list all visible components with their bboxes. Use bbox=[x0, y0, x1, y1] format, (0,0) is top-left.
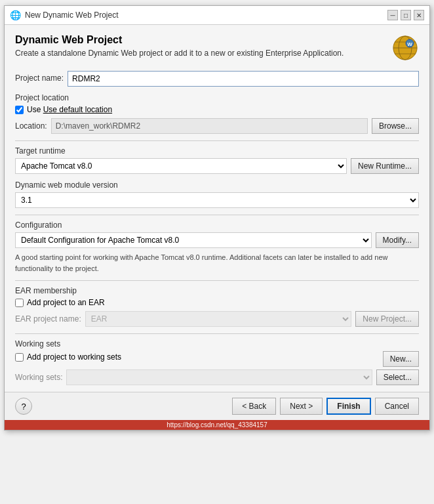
target-runtime-group: Target runtime Apache Tomcat v8.0 New Ru… bbox=[15, 146, 419, 174]
ear-project-label: EAR project name: bbox=[15, 314, 81, 324]
config-description: A good starting point for working with A… bbox=[15, 252, 419, 274]
watermark-text: https://blog.csdn.net/qq_43384157 bbox=[167, 421, 267, 429]
project-location-heading: Project location bbox=[15, 93, 419, 102]
configuration-heading: Configuration bbox=[15, 220, 419, 230]
window-icon: 🌐 bbox=[10, 10, 21, 20]
ear-section-heading: EAR membership bbox=[15, 286, 419, 295]
dialog-content: Dynamic Web Project Create a standalone … bbox=[5, 25, 429, 392]
close-button[interactable]: ✕ bbox=[414, 10, 424, 20]
dialog-window: 🌐 New Dynamic Web Project ─ □ ✕ Dynamic … bbox=[4, 5, 430, 430]
configuration-group: Configuration Default Configuration for … bbox=[15, 220, 419, 274]
use-default-location-row: Use Use default location bbox=[15, 105, 419, 114]
add-to-working-sets-row: Add project to working sets bbox=[15, 352, 121, 362]
add-to-working-sets-checkbox[interactable] bbox=[15, 353, 24, 362]
module-version-group: Dynamic web module version 3.1 bbox=[15, 180, 419, 208]
working-sets-group: Working sets Add project to working sets… bbox=[15, 339, 419, 385]
title-bar-controls: ─ □ ✕ bbox=[387, 10, 424, 20]
ear-project-dropdown[interactable]: EAR bbox=[85, 311, 352, 327]
cancel-button[interactable]: Cancel bbox=[375, 398, 419, 415]
location-row: Location: Browse... bbox=[15, 118, 419, 134]
configuration-row: Default Configuration for Apache Tomcat … bbox=[15, 232, 419, 248]
add-to-working-sets-label: Add project to working sets bbox=[27, 352, 121, 362]
location-input[interactable] bbox=[51, 118, 368, 134]
page-header: Dynamic Web Project Create a standalone … bbox=[15, 34, 419, 62]
watermark-bar: https://blog.csdn.net/qq_43384157 bbox=[5, 420, 429, 430]
modify-button[interactable]: Modify... bbox=[376, 232, 419, 248]
working-sets-label: Working sets: bbox=[15, 373, 62, 382]
use-default-location-checkbox[interactable] bbox=[15, 106, 24, 114]
project-name-label: Project name: bbox=[15, 74, 64, 83]
project-name-input[interactable] bbox=[68, 71, 419, 87]
ear-membership-group: EAR membership Add project to an EAR EAR… bbox=[15, 286, 419, 327]
new-working-sets-button[interactable]: New... bbox=[383, 351, 419, 367]
use-default-location-label: Use Use default location bbox=[27, 105, 112, 114]
help-button[interactable]: ? bbox=[15, 398, 32, 415]
title-bar: 🌐 New Dynamic Web Project ─ □ ✕ bbox=[5, 6, 429, 25]
new-runtime-button[interactable]: New Runtime... bbox=[351, 158, 419, 174]
dialog-bottom-bar: ? < Back Next > Finish Cancel bbox=[5, 392, 429, 420]
browse-button[interactable]: Browse... bbox=[372, 118, 419, 134]
new-project-button[interactable]: New Project... bbox=[355, 311, 419, 327]
maximize-button[interactable]: □ bbox=[401, 10, 411, 20]
working-sets-select-row: Working sets: Select... bbox=[15, 369, 419, 385]
working-sets-heading: Working sets bbox=[15, 339, 419, 348]
page-subtitle: Create a standalone Dynamic Web project … bbox=[15, 49, 385, 58]
web-project-icon: W bbox=[391, 34, 419, 62]
svg-text:W: W bbox=[407, 41, 412, 47]
minimize-button[interactable]: ─ bbox=[387, 10, 398, 20]
module-version-dropdown[interactable]: 3.1 bbox=[15, 192, 419, 208]
module-version-heading: Dynamic web module version bbox=[15, 180, 419, 190]
target-runtime-dropdown[interactable]: Apache Tomcat v8.0 bbox=[15, 158, 347, 174]
next-button[interactable]: Next > bbox=[280, 398, 323, 415]
ear-project-row: EAR project name: EAR New Project... bbox=[15, 311, 419, 327]
location-label: Location: bbox=[15, 121, 47, 131]
add-to-ear-label: Add project to an EAR bbox=[27, 298, 105, 307]
finish-button[interactable]: Finish bbox=[326, 398, 370, 415]
page-title: Dynamic Web Project bbox=[15, 34, 385, 46]
target-runtime-heading: Target runtime bbox=[15, 146, 419, 156]
project-name-group: Project name: bbox=[15, 71, 419, 87]
target-runtime-row: Apache Tomcat v8.0 New Runtime... bbox=[15, 158, 419, 174]
nav-buttons: < Back Next > Finish Cancel bbox=[232, 398, 419, 415]
page-header-text: Dynamic Web Project Create a standalone … bbox=[15, 34, 385, 58]
back-button[interactable]: < Back bbox=[232, 398, 276, 415]
configuration-dropdown[interactable]: Default Configuration for Apache Tomcat … bbox=[15, 232, 372, 248]
working-sets-dropdown[interactable] bbox=[66, 369, 372, 385]
add-to-ear-checkbox[interactable] bbox=[15, 299, 24, 307]
project-location-group: Project location Use Use default locatio… bbox=[15, 93, 419, 134]
title-bar-left: 🌐 New Dynamic Web Project bbox=[10, 10, 119, 20]
window-title: New Dynamic Web Project bbox=[25, 10, 119, 20]
select-working-sets-button[interactable]: Select... bbox=[376, 369, 419, 385]
add-to-ear-row: Add project to an EAR bbox=[15, 298, 419, 307]
working-sets-row: Add project to working sets New... bbox=[15, 351, 419, 367]
